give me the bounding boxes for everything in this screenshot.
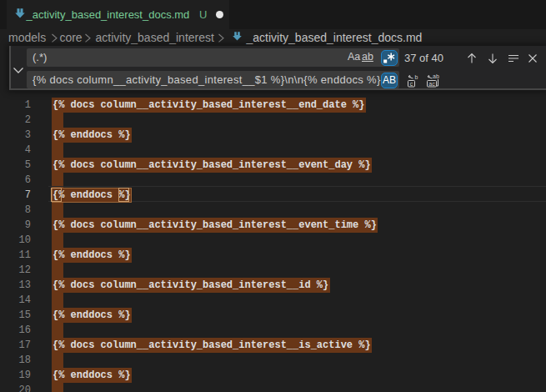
- svg-text:ac: ac: [428, 81, 435, 87]
- svg-text:c: c: [410, 81, 413, 87]
- svg-text:b: b: [415, 74, 418, 80]
- svg-text:ab: ab: [433, 74, 439, 79]
